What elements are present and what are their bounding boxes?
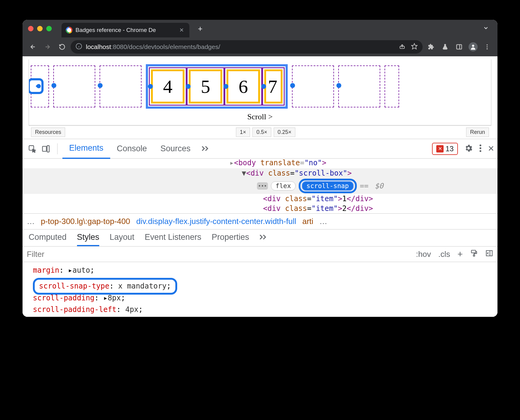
forward-button[interactable] [41,41,54,53]
tab-properties[interactable]: Properties [212,233,249,246]
tab-sources[interactable]: Sources [154,139,197,158]
hov-toggle[interactable]: :hov [416,250,431,259]
browser-tab[interactable]: Badges reference - Chrome De ✕ [61,23,189,37]
maximize-window-button[interactable] [46,26,52,31]
devtools-panel: Elements Console Sources ✕ 13 ✕ [23,139,497,317]
breadcrumb-item[interactable]: div.display-flex.justify-content-center.… [136,217,296,226]
profile-button[interactable] [467,41,479,53]
scroll-item-placeholder [53,65,95,107]
address-bar[interactable]: localhost:8080/docs/devtools/elements/ba… [71,40,423,54]
css-declaration[interactable]: margin: ▸auto; [33,264,496,276]
svg-rect-14 [43,146,47,151]
zoom-05x-button[interactable]: 0.5× [252,128,271,137]
extensions-icon[interactable] [425,41,437,53]
dollar-zero-label: $0 [375,182,384,190]
paint-icon[interactable] [470,249,478,259]
tab-computed[interactable]: Computed [29,233,67,246]
zoom-1x-button[interactable]: 1× [236,128,250,137]
tab-styles[interactable]: Styles [77,233,100,246]
scroll-item-placeholder [100,65,142,107]
gear-icon[interactable] [464,144,473,154]
error-count: 13 [445,145,454,153]
new-style-rule-icon[interactable]: + [457,249,463,259]
scroll-label: Scroll > [29,111,491,125]
resources-button[interactable]: Resources [31,128,65,137]
snap-dot-icon [51,83,56,88]
rerun-button[interactable]: Rerun [466,128,489,137]
minimize-window-button[interactable] [37,26,43,31]
toggle-sidebar-icon[interactable] [485,249,493,259]
tab-title: Badges reference - Chrome De [76,27,175,33]
more-tabs-icon[interactable] [259,233,267,246]
chevron-down-icon[interactable] [483,25,492,32]
svg-rect-7 [457,45,462,49]
menu-button[interactable] [481,41,493,53]
reload-button[interactable] [56,41,68,53]
svg-marker-6 [412,43,417,49]
site-info-icon[interactable] [76,43,82,51]
svg-point-17 [480,147,481,149]
tab-elements[interactable]: Elements [62,138,110,159]
cls-toggle[interactable]: .cls [438,250,450,259]
tab-close-button[interactable]: ✕ [178,27,185,33]
svg-rect-19 [471,250,476,253]
chrome-favicon-icon [66,27,72,33]
dom-node[interactable]: ▸<body translate="no"> [23,158,497,168]
styles-tabbar: Computed Styles Layout Event Listeners P… [23,229,497,246]
flex-badge[interactable]: flex [271,181,296,191]
snap-dot-icon [336,83,341,88]
window-controls [28,26,52,31]
tab-layout[interactable]: Layout [110,233,134,246]
error-count-badge[interactable]: ✕ 13 [432,143,458,155]
svg-point-9 [472,45,474,47]
inspect-element-icon[interactable] [26,145,39,153]
close-window-button[interactable] [28,26,33,31]
devtools-tabbar: Elements Console Sources ✕ 13 ✕ [23,139,497,159]
side-panel-icon[interactable] [453,41,465,53]
dom-node-selected[interactable]: ▼<div class="scroll-box"> [23,168,497,178]
css-rules[interactable]: margin: ▸auto; scroll-snap-type: x manda… [23,262,497,317]
kebab-menu-icon[interactable] [479,144,482,154]
url: localhost:8080/docs/devtools/elements/ba… [86,43,220,51]
scroll-demo-row: 4 5 6 7 [29,59,491,111]
dom-node[interactable]: <div class="item">1</div> [23,194,497,204]
scroll-item-placeholder [292,65,334,107]
scroll-snap-badge-highlight: scroll-snap [299,179,357,193]
svg-point-18 [480,150,481,152]
breadcrumb-ellipsis[interactable]: … [27,217,35,226]
scroll-item: 4 [149,67,187,106]
svg-rect-20 [473,255,475,256]
dom-node[interactable]: <div class="item">2</div> [23,204,497,213]
page-content: 4 5 6 7 Scroll > Resources 1× 0.5× 0.25×… [23,56,497,139]
avatar-icon [469,42,478,51]
share-icon[interactable] [399,43,406,51]
dom-breadcrumb[interactable]: … p-top-300.lg\:gap-top-400 div.display-… [23,213,497,229]
snap-dot-icon [98,83,103,88]
scroll-snap-badge[interactable]: scroll-snap [302,181,354,191]
tab-console[interactable]: Console [110,139,154,158]
breadcrumb-ellipsis[interactable]: … [319,217,327,226]
breadcrumb-item[interactable]: arti [302,217,313,226]
styles-filter-input[interactable] [27,250,409,259]
bookmark-icon[interactable] [411,43,418,51]
dom-expand-icon[interactable]: ••• [257,182,268,190]
svg-rect-15 [47,145,49,152]
tab-event-listeners[interactable]: Event Listeners [145,233,201,246]
labs-icon[interactable] [439,41,451,53]
device-toolbar-icon[interactable] [39,145,52,153]
zoom-025x-button[interactable]: 0.25× [274,128,296,137]
more-tabs-icon[interactable] [197,145,213,153]
breadcrumb-item[interactable]: p-top-300.lg\:gap-top-400 [41,217,130,226]
scroll-item: 5 [187,67,224,106]
back-button[interactable] [27,41,39,53]
styles-filter-row: :hov .cls + [23,246,497,262]
titlebar: Badges reference - Chrome De ✕ + [23,20,497,37]
svg-point-16 [480,144,481,146]
scroll-item-placeholder [385,65,399,107]
css-declaration[interactable]: scroll-padding-left: 4px; [33,304,496,315]
svg-point-10 [487,44,488,46]
dom-tree[interactable]: ▸<body translate="no"> ▼<div class="scro… [23,159,497,213]
new-tab-button[interactable]: + [193,24,207,33]
close-devtools-button[interactable]: ✕ [488,144,494,153]
css-declaration[interactable]: scroll-padding: ▸8px; [33,292,496,304]
